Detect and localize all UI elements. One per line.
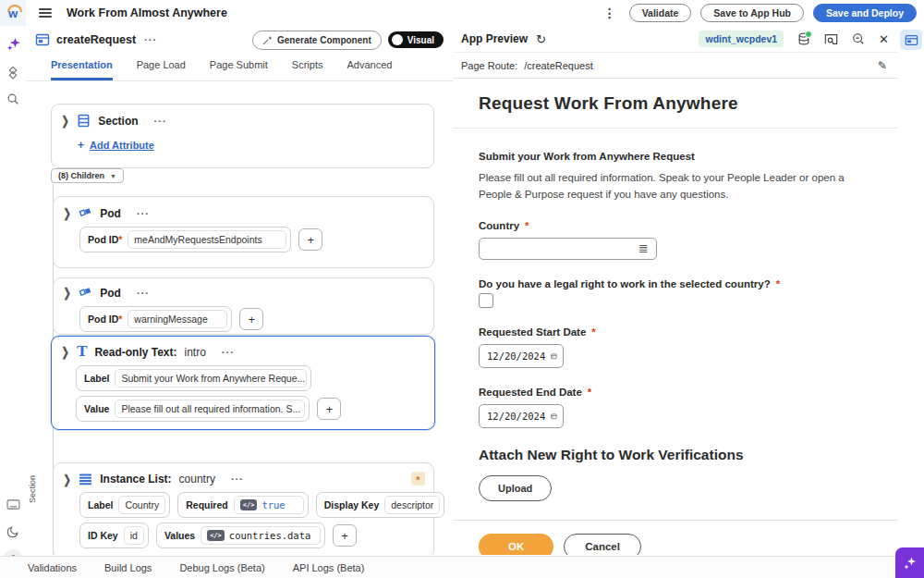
instance-list-card[interactable]: * ❯ Instance List: country ··· Label Cou… xyxy=(53,462,434,555)
expand-chevron-icon[interactable]: ❯ xyxy=(63,286,70,301)
add-attribute-link[interactable]: + Add Attribute xyxy=(52,131,433,152)
pod-overflow-icon[interactable]: ··· xyxy=(137,208,150,219)
pod-card-2[interactable]: ❯ Pod ··· Pod ID* warningMessage + xyxy=(53,277,434,335)
left-icon-rail xyxy=(0,26,27,555)
refresh-icon[interactable]: ↻ xyxy=(536,32,546,46)
inspect-preview-icon[interactable] xyxy=(824,33,838,45)
close-preview-icon[interactable]: ✕ xyxy=(879,32,889,46)
upload-button[interactable]: Upload xyxy=(479,475,552,501)
value-field[interactable]: Value Please fill out all required infor… xyxy=(76,396,310,422)
ok-button[interactable]: OK xyxy=(479,534,553,555)
text-component-icon: T xyxy=(77,345,87,359)
code-expression-icon: </> xyxy=(207,530,225,541)
pod-overflow-icon[interactable]: ··· xyxy=(137,288,150,299)
save-and-deploy-button[interactable]: Save and Deploy xyxy=(813,4,917,23)
add-field-button[interactable]: + xyxy=(333,524,357,547)
section-overflow-icon[interactable]: ··· xyxy=(154,116,167,127)
id-key-value[interactable]: id xyxy=(124,526,144,545)
readonly-text-card[interactable]: ❯ T Read-only Text: intro ··· Label Subm… xyxy=(51,336,435,430)
tab-page-load[interactable]: Page Load xyxy=(137,59,186,80)
prompt-list-icon[interactable]: ≣ xyxy=(638,241,649,255)
bottom-log-bar: Validations Build Logs Debug Logs (Beta)… xyxy=(0,556,924,578)
legal-right-checkbox[interactable] xyxy=(479,293,493,308)
route-value: /createRequest xyxy=(524,60,593,71)
ai-sparkle-icon[interactable] xyxy=(0,31,26,55)
keyboard-shortcuts-icon[interactable] xyxy=(0,492,26,516)
pod-card-1[interactable]: ❯ Pod ··· Pod ID* meAndMyRequestsEndpoin… xyxy=(53,196,434,268)
pod-id-field[interactable]: Pod ID* meAndMyRequestsEndpoints xyxy=(79,227,291,252)
tab-build-logs[interactable]: Build Logs xyxy=(104,562,152,573)
preview-panel-icon xyxy=(905,34,918,46)
tab-api-logs[interactable]: API Logs (Beta) xyxy=(293,562,365,573)
end-date-input[interactable]: 12/20/2024 xyxy=(479,404,564,428)
calendar-icon[interactable] xyxy=(551,350,557,362)
code-expression-icon: </> xyxy=(240,499,258,510)
zoom-out-icon[interactable] xyxy=(852,32,865,45)
required-value[interactable]: true xyxy=(261,499,285,510)
expand-chevron-icon[interactable]: ❯ xyxy=(61,114,68,129)
attach-heading: Attach New Right to Work Verifications xyxy=(479,447,872,463)
required-asterisk: * xyxy=(525,220,529,231)
tab-scripts[interactable]: Scripts xyxy=(292,59,323,80)
edit-route-icon[interactable]: ✎ xyxy=(878,59,887,72)
page-overflow-icon[interactable]: ··· xyxy=(144,34,157,45)
data-environment-icon[interactable] xyxy=(797,32,810,45)
tab-page-submit[interactable]: Page Submit xyxy=(210,59,268,80)
instance-list-title: Instance List: xyxy=(100,473,171,486)
calendar-icon[interactable] xyxy=(551,411,557,422)
instance-overflow-icon[interactable]: ··· xyxy=(231,473,244,485)
pod-title: Pod xyxy=(100,207,121,220)
workday-logo[interactable]: w xyxy=(0,0,26,26)
page-icon xyxy=(35,32,50,47)
cancel-button[interactable]: Cancel xyxy=(564,534,641,555)
page-route-row: Page Route: /createRequest ✎ xyxy=(453,53,898,79)
start-date-input[interactable]: 12/20/2024 xyxy=(479,344,564,368)
label-value[interactable]: Country xyxy=(118,496,165,514)
preview-viewport: Request Work From Anywhere Submit your W… xyxy=(453,79,898,555)
pod-id-field[interactable]: Pod ID* warningMessage xyxy=(79,306,232,332)
id-key-field[interactable]: ID Key id xyxy=(79,523,149,548)
display-key-value[interactable]: descriptor xyxy=(384,496,440,514)
label-field[interactable]: Label Submit your Work from Anywhere Req… xyxy=(76,365,311,391)
components-icon[interactable] xyxy=(0,61,26,85)
pod-id-value[interactable]: warningMessage xyxy=(128,310,227,328)
save-to-app-hub-button[interactable]: Save to App Hub xyxy=(700,4,804,23)
section-card[interactable]: ❯ Section ··· + Add Attribute xyxy=(51,104,434,168)
search-icon[interactable] xyxy=(0,87,26,111)
readonly-name: intro xyxy=(185,346,206,359)
visual-mode-toggle[interactable]: Visual xyxy=(388,31,444,48)
required-field[interactable]: Required </> true xyxy=(177,492,309,518)
hamburger-menu-icon[interactable] xyxy=(39,8,52,18)
tab-advanced[interactable]: Advanced xyxy=(346,59,392,80)
tab-validations[interactable]: Validations xyxy=(28,562,77,573)
children-count-dropdown[interactable]: (8) Children ▼ xyxy=(51,168,124,183)
value-value[interactable]: Please fill out all required information… xyxy=(115,400,305,418)
country-select-input[interactable]: ≣ xyxy=(479,238,657,260)
expand-chevron-icon[interactable]: ❯ xyxy=(63,472,70,486)
label-value[interactable]: Submit your Work from Anywhere Reque... xyxy=(115,369,307,387)
toggle-knob xyxy=(392,34,403,45)
environment-badge[interactable]: wdint_wcpdev1 xyxy=(699,31,784,47)
app-title: Work From Almost Anywhere xyxy=(67,6,227,19)
add-field-button[interactable]: + xyxy=(317,398,341,420)
tab-debug-logs[interactable]: Debug Logs (Beta) xyxy=(179,562,264,573)
ai-assistant-button[interactable] xyxy=(895,547,924,578)
values-value[interactable]: countries.data xyxy=(229,530,311,541)
pod-id-value[interactable]: meAndMyRequestsEndpoints xyxy=(128,230,286,249)
page-name: createRequest xyxy=(56,33,136,46)
preview-panel-toggle[interactable] xyxy=(900,30,922,50)
generate-component-button[interactable]: Generate Component xyxy=(252,31,382,50)
add-field-button[interactable]: + xyxy=(239,308,263,330)
expand-chevron-icon[interactable]: ❯ xyxy=(61,345,68,360)
readonly-overflow-icon[interactable]: ··· xyxy=(222,347,235,358)
tab-presentation[interactable]: Presentation xyxy=(51,59,113,80)
validate-button[interactable]: Validate xyxy=(629,4,692,23)
overflow-menu-icon[interactable]: ⋮ xyxy=(600,6,620,20)
app-preview-panel: App Preview ↻ wdint_wcpdev1 ✕ Page Route… xyxy=(453,26,899,555)
label-field[interactable]: Label Country xyxy=(79,492,170,518)
expand-chevron-icon[interactable]: ❯ xyxy=(63,206,70,221)
display-key-field[interactable]: Display Key descriptor xyxy=(316,492,445,518)
add-field-button[interactable]: + xyxy=(298,228,322,251)
values-field[interactable]: Values </> countries.data xyxy=(156,523,325,548)
dark-mode-moon-icon[interactable] xyxy=(0,520,26,544)
